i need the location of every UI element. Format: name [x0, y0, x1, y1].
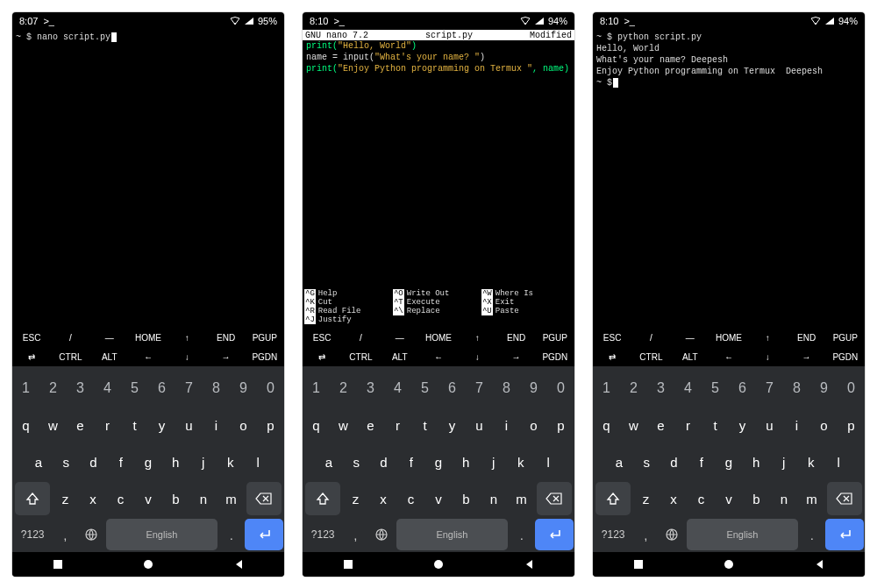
- nav-recent[interactable]: [342, 558, 354, 570]
- ek-down[interactable]: ↓: [748, 347, 787, 366]
- nav-back[interactable]: [523, 558, 535, 570]
- key-3[interactable]: 3: [359, 372, 383, 405]
- ek-alt[interactable]: ALT: [90, 347, 129, 366]
- key-s[interactable]: s: [634, 445, 659, 478]
- key-0[interactable]: 0: [259, 372, 283, 405]
- key-backspace[interactable]: [246, 482, 282, 515]
- ek-pgup[interactable]: PGUP: [536, 328, 574, 347]
- key-1[interactable]: 1: [14, 372, 39, 405]
- key-l[interactable]: l: [246, 445, 270, 478]
- key-9[interactable]: 9: [522, 372, 546, 405]
- ek-down[interactable]: ↓: [168, 347, 206, 366]
- key-s[interactable]: s: [344, 445, 368, 478]
- ek-esc[interactable]: ESC: [12, 328, 51, 347]
- key-3[interactable]: 3: [68, 372, 93, 405]
- key-q[interactable]: q: [14, 408, 39, 442]
- key-shift[interactable]: [305, 482, 340, 515]
- key-space[interactable]: English: [106, 519, 218, 550]
- key-j[interactable]: j: [771, 445, 795, 478]
- key-h[interactable]: h: [744, 445, 768, 478]
- key-b[interactable]: b: [163, 482, 189, 515]
- key-w[interactable]: w: [332, 408, 356, 442]
- key-j[interactable]: j: [481, 445, 505, 478]
- key-e[interactable]: e: [649, 408, 674, 442]
- ek-end[interactable]: END: [496, 328, 535, 347]
- key-r[interactable]: r: [676, 408, 701, 442]
- key-p[interactable]: p: [549, 408, 574, 442]
- key-dot[interactable]: .: [801, 519, 823, 550]
- key-5[interactable]: 5: [123, 372, 147, 405]
- key-n[interactable]: n: [191, 482, 217, 515]
- key-i[interactable]: i: [785, 408, 809, 442]
- key-e[interactable]: e: [359, 408, 383, 442]
- key-v[interactable]: v: [717, 482, 742, 515]
- key-m[interactable]: m: [799, 482, 824, 515]
- key-g[interactable]: g: [426, 445, 451, 478]
- key-7[interactable]: 7: [758, 372, 782, 405]
- key-a[interactable]: a: [607, 445, 631, 478]
- key-7[interactable]: 7: [467, 372, 492, 405]
- ek-home[interactable]: HOME: [129, 328, 168, 347]
- key-shift[interactable]: [15, 482, 50, 515]
- key-k[interactable]: k: [799, 445, 824, 478]
- key-f[interactable]: f: [399, 445, 424, 478]
- key-z[interactable]: z: [53, 482, 78, 515]
- key-dot[interactable]: .: [220, 519, 242, 550]
- key-f[interactable]: f: [109, 445, 133, 478]
- ek-alt[interactable]: ALT: [381, 347, 419, 366]
- key-h[interactable]: h: [453, 445, 478, 478]
- key-enter[interactable]: [245, 519, 282, 550]
- key-s[interactable]: s: [53, 445, 78, 478]
- key-y[interactable]: y: [731, 408, 755, 442]
- key-c[interactable]: c: [108, 482, 133, 515]
- ek-tab[interactable]: ⇄: [12, 347, 51, 366]
- ek-home[interactable]: HOME: [709, 328, 748, 347]
- ek-tab[interactable]: ⇄: [593, 347, 631, 366]
- terminal[interactable]: ~ $ python script.py Hello, World What's…: [593, 30, 865, 90]
- key-o[interactable]: o: [232, 408, 256, 442]
- ek-pgdn[interactable]: PGDN: [536, 347, 574, 366]
- key-comma[interactable]: ,: [54, 519, 76, 550]
- key-4[interactable]: 4: [676, 372, 701, 405]
- key-2[interactable]: 2: [41, 372, 66, 405]
- key-8[interactable]: 8: [204, 372, 229, 405]
- key-y[interactable]: y: [150, 408, 175, 442]
- key-lang[interactable]: [660, 519, 684, 550]
- ek-ctrl[interactable]: CTRL: [341, 347, 380, 366]
- key-e[interactable]: e: [68, 408, 93, 442]
- key-m[interactable]: m: [218, 482, 244, 515]
- key-a[interactable]: a: [317, 445, 341, 478]
- nav-back[interactable]: [232, 558, 245, 570]
- key-1[interactable]: 1: [595, 372, 619, 405]
- key-symbols[interactable]: ?123: [595, 519, 632, 550]
- key-5[interactable]: 5: [703, 372, 728, 405]
- ek-pgdn[interactable]: PGDN: [246, 347, 284, 366]
- ek-end[interactable]: END: [787, 328, 825, 347]
- key-4[interactable]: 4: [386, 372, 410, 405]
- key-comma[interactable]: ,: [345, 519, 367, 550]
- key-4[interactable]: 4: [96, 372, 120, 405]
- key-o[interactable]: o: [522, 408, 546, 442]
- key-enter[interactable]: [535, 519, 573, 550]
- key-x[interactable]: x: [371, 482, 396, 515]
- key-b[interactable]: b: [744, 482, 769, 515]
- ek-slash[interactable]: /: [51, 328, 89, 347]
- key-r[interactable]: r: [386, 408, 410, 442]
- key-c[interactable]: c: [398, 482, 424, 515]
- key-d[interactable]: d: [81, 445, 105, 478]
- terminal-area[interactable]: [593, 90, 865, 328]
- key-r[interactable]: r: [96, 408, 120, 442]
- key-u[interactable]: u: [758, 408, 782, 442]
- key-z[interactable]: z: [343, 482, 368, 515]
- key-t[interactable]: t: [413, 408, 438, 442]
- ek-left[interactable]: ←: [419, 347, 458, 366]
- ek-pgdn[interactable]: PGDN: [826, 347, 865, 366]
- key-comma[interactable]: ,: [635, 519, 657, 550]
- key-9[interactable]: 9: [232, 372, 256, 405]
- ek-down[interactable]: ↓: [458, 347, 496, 366]
- ek-home[interactable]: HOME: [419, 328, 458, 347]
- key-6[interactable]: 6: [731, 372, 755, 405]
- terminal[interactable]: ~ $ nano script.py: [12, 30, 284, 45]
- key-o[interactable]: o: [812, 408, 837, 442]
- ek-ctrl[interactable]: CTRL: [51, 347, 89, 366]
